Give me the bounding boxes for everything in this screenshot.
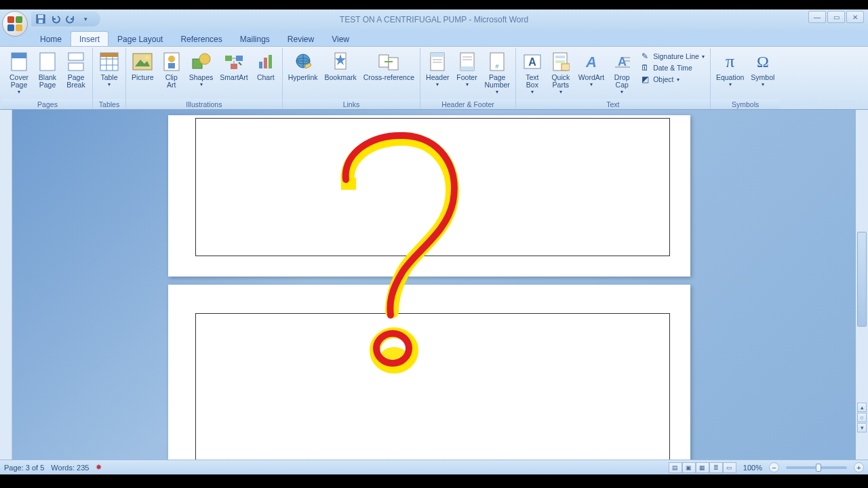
signature-icon: ✎: [639, 51, 650, 62]
tab-mailings[interactable]: Mailings: [231, 31, 279, 46]
object-icon: ◩: [639, 74, 650, 85]
svg-rect-22: [225, 56, 232, 61]
group-tables: Table▾ Tables: [93, 48, 126, 109]
window-title: TEST ON A CENTRIFUGAL PUMP - Microsoft W…: [340, 15, 528, 24]
picture-button[interactable]: Picture: [129, 49, 157, 83]
next-page-button[interactable]: ▾: [857, 423, 867, 432]
office-logo-icon: [7, 16, 22, 31]
group-text: AText Box▾ Quick Parts▾ AWordArt▾ ADrop …: [516, 48, 711, 109]
page-indicator[interactable]: Page: 3 of 5: [4, 464, 44, 472]
close-button[interactable]: ✕: [846, 11, 864, 23]
prev-page-button[interactable]: ▴: [857, 403, 867, 412]
proofing-icon[interactable]: ✸: [96, 463, 102, 472]
cross-reference-button[interactable]: Cross-reference: [361, 49, 417, 83]
page-number-button[interactable]: #Page Number▾: [482, 49, 513, 96]
group-illustrations: Picture Clip Art Shapes▾ SmartArt Chart …: [126, 48, 283, 109]
view-buttons: ▤ ▣ ▦ ≣ ▭: [669, 462, 736, 473]
svg-rect-24: [231, 64, 237, 69]
full-screen-view[interactable]: ▣: [682, 462, 696, 473]
svg-text:A: A: [618, 55, 627, 68]
svg-rect-19: [168, 63, 175, 68]
vertical-scrollbar[interactable]: ▴ ○ ▾: [856, 110, 868, 460]
zoom-out-button[interactable]: −: [769, 462, 779, 472]
svg-point-18: [168, 56, 175, 62]
print-layout-view[interactable]: ▤: [669, 462, 682, 473]
office-button[interactable]: [2, 11, 28, 37]
group-header-footer: Header▾ Footer▾ #Page Number▾ Header & F…: [420, 48, 516, 109]
tab-view[interactable]: View: [323, 31, 358, 46]
equation-button[interactable]: πEquation▾: [713, 49, 747, 89]
browse-object-button[interactable]: ○: [857, 413, 867, 422]
minimize-button[interactable]: —: [808, 11, 826, 23]
date-icon: 🗓: [639, 62, 650, 73]
zoom-level[interactable]: 100%: [743, 464, 762, 472]
object-button[interactable]: ◩Object ▾: [639, 74, 705, 85]
vertical-ruler[interactable]: [0, 110, 12, 460]
window-controls: — ▭ ✕: [808, 11, 864, 23]
svg-rect-1: [38, 15, 43, 18]
redo-button[interactable]: [65, 14, 76, 24]
chart-button[interactable]: Chart: [252, 49, 279, 83]
group-label: Text: [516, 99, 710, 109]
footer-button[interactable]: Footer▾: [454, 49, 481, 89]
scroll-thumb[interactable]: [857, 232, 867, 327]
hyperlink-button[interactable]: Hyperlink: [285, 49, 321, 83]
signature-line-button[interactable]: ✎Signature Line ▾: [639, 51, 705, 62]
zoom-in-button[interactable]: +: [854, 462, 864, 472]
zoom-slider[interactable]: [786, 466, 847, 469]
svg-rect-50: [561, 64, 570, 70]
page-content-frame: [195, 118, 670, 256]
svg-text:#: #: [496, 63, 499, 70]
word-count[interactable]: Words: 235: [51, 464, 89, 472]
page-break-button[interactable]: Page Break: [62, 49, 90, 90]
wordart-button[interactable]: AWordArt▾: [576, 49, 607, 89]
outline-view[interactable]: ≣: [709, 462, 723, 473]
svg-rect-36: [431, 53, 444, 57]
svg-text:A: A: [528, 56, 536, 68]
maximize-button[interactable]: ▭: [827, 11, 845, 23]
group-label: Links: [283, 99, 420, 109]
shapes-button[interactable]: Shapes▾: [186, 49, 216, 89]
draft-view[interactable]: ▭: [723, 462, 736, 473]
tab-references[interactable]: References: [172, 31, 231, 46]
group-pages: Cover Page▾ Blank Page Page Break Pages: [3, 48, 93, 109]
text-small-buttons: ✎Signature Line ▾ 🗓Date & Time ◩Object ▾: [637, 49, 707, 86]
app-name: Microsoft Word: [474, 15, 528, 24]
quick-parts-button[interactable]: Quick Parts▾: [547, 49, 574, 96]
ribbon-tabs: Home Insert Page Layout References Maili…: [0, 30, 868, 46]
drop-cap-button[interactable]: ADrop Cap▾: [608, 49, 635, 96]
smartart-button[interactable]: SmartArt: [217, 49, 250, 83]
tab-page-layout[interactable]: Page Layout: [108, 31, 172, 46]
tab-insert[interactable]: Insert: [71, 31, 108, 46]
web-layout-view[interactable]: ▦: [696, 462, 709, 473]
blank-page-button[interactable]: Blank Page: [34, 49, 61, 90]
undo-button[interactable]: [50, 14, 61, 24]
svg-rect-23: [236, 56, 243, 61]
clip-art-button[interactable]: Clip Art: [158, 49, 185, 90]
document-area[interactable]: ▴ ○ ▾: [0, 110, 868, 460]
svg-rect-27: [269, 55, 272, 68]
date-time-button[interactable]: 🗓Date & Time: [639, 62, 705, 73]
svg-rect-48: [555, 56, 565, 58]
save-button[interactable]: [35, 14, 46, 24]
svg-rect-13: [100, 53, 118, 57]
svg-rect-5: [40, 53, 55, 70]
tab-home[interactable]: Home: [31, 31, 71, 46]
tab-review[interactable]: Review: [279, 31, 323, 46]
qat-dropdown[interactable]: ▾: [80, 14, 91, 24]
group-label: Tables: [93, 99, 125, 109]
symbol-button[interactable]: ΩSymbol▾: [748, 49, 777, 89]
page-bottom[interactable]: [168, 285, 690, 460]
page-top[interactable]: [168, 115, 690, 277]
text-box-button[interactable]: AText Box▾: [519, 49, 546, 96]
svg-rect-2: [39, 20, 43, 23]
word-window: ▾ TEST ON A CENTRIFUGAL PUMP - Microsoft…: [0, 9, 868, 474]
group-symbols: πEquation▾ ΩSymbol▾ Symbols: [711, 48, 780, 109]
bookmark-button[interactable]: Bookmark: [322, 49, 359, 83]
zoom-knob[interactable]: [816, 464, 821, 472]
header-button[interactable]: Header▾: [423, 49, 452, 89]
table-button[interactable]: Table▾: [96, 49, 123, 89]
cover-page-button[interactable]: Cover Page▾: [5, 49, 33, 96]
group-label: Illustrations: [126, 99, 282, 109]
status-bar: Page: 3 of 5 Words: 235 ✸ ▤ ▣ ▦ ≣ ▭ 100%…: [0, 460, 868, 474]
